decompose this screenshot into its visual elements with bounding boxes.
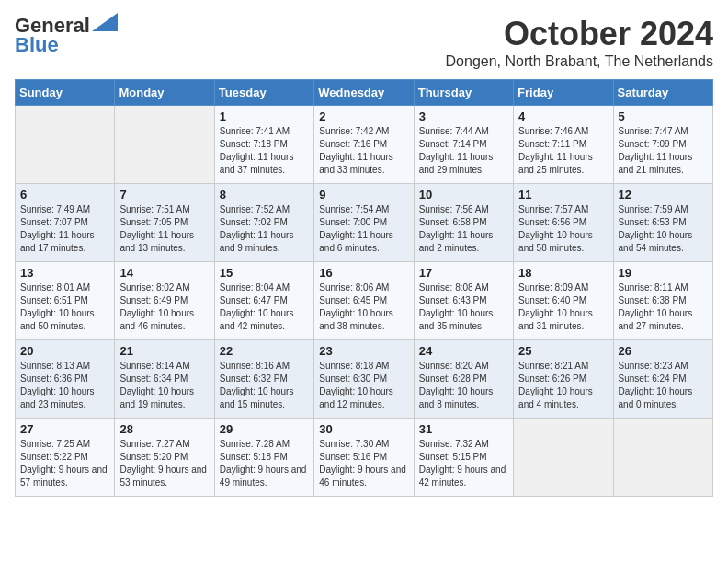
day-info: Sunrise: 7:41 AMSunset: 7:18 PMDaylight:… — [220, 125, 309, 177]
calendar-row-3: 13Sunrise: 8:01 AMSunset: 6:51 PMDayligh… — [16, 262, 713, 340]
day-info: Sunrise: 8:02 AMSunset: 6:49 PMDaylight:… — [119, 282, 209, 333]
header-cell-friday: Friday — [514, 80, 613, 106]
day-info: Sunrise: 7:46 AMSunset: 7:11 PMDaylight:… — [518, 125, 608, 177]
header-cell-sunday: Sunday — [16, 80, 115, 106]
calendar-cell: 14Sunrise: 8:02 AMSunset: 6:49 PMDayligh… — [115, 262, 214, 340]
day-info: Sunrise: 8:13 AMSunset: 6:36 PMDaylight:… — [20, 360, 109, 411]
day-info: Sunrise: 7:44 AMSunset: 7:14 PMDaylight:… — [419, 125, 508, 177]
calendar-cell: 29Sunrise: 7:28 AMSunset: 5:18 PMDayligh… — [214, 419, 313, 497]
day-number: 21 — [119, 344, 209, 358]
day-info: Sunrise: 8:01 AMSunset: 6:51 PMDaylight:… — [20, 282, 109, 333]
calendar-cell: 2Sunrise: 7:42 AMSunset: 7:16 PMDaylight… — [314, 106, 414, 184]
day-number: 19 — [619, 266, 708, 280]
header-cell-saturday: Saturday — [613, 80, 712, 106]
calendar-cell — [514, 419, 613, 497]
calendar-cell: 17Sunrise: 8:08 AMSunset: 6:43 PMDayligh… — [414, 262, 513, 340]
calendar-cell: 5Sunrise: 7:47 AMSunset: 7:09 PMDaylight… — [613, 106, 712, 184]
day-number: 31 — [419, 422, 508, 436]
day-number: 29 — [220, 422, 309, 436]
day-info: Sunrise: 8:21 AMSunset: 6:26 PMDaylight:… — [518, 360, 608, 411]
day-number: 27 — [20, 422, 109, 436]
day-number: 1 — [220, 109, 309, 123]
day-number: 20 — [20, 344, 109, 358]
calendar-cell: 15Sunrise: 8:04 AMSunset: 6:47 PMDayligh… — [214, 262, 313, 340]
day-info: Sunrise: 8:18 AMSunset: 6:30 PMDaylight:… — [319, 360, 408, 411]
day-number: 5 — [619, 109, 708, 123]
day-number: 25 — [518, 344, 608, 358]
header-cell-wednesday: Wednesday — [314, 80, 414, 106]
day-number: 14 — [119, 266, 209, 280]
day-info: Sunrise: 7:42 AMSunset: 7:16 PMDaylight:… — [319, 125, 408, 177]
day-info: Sunrise: 7:56 AMSunset: 6:58 PMDaylight:… — [419, 203, 508, 255]
day-number: 24 — [419, 344, 508, 358]
day-info: Sunrise: 7:25 AMSunset: 5:22 PMDaylight:… — [20, 438, 109, 489]
title-area: October 2024 Dongen, North Brabant, The … — [446, 15, 713, 70]
location: Dongen, North Brabant, The Netherlands — [446, 53, 713, 70]
header-cell-thursday: Thursday — [414, 80, 513, 106]
month-title: October 2024 — [446, 15, 713, 53]
calendar-cell: 24Sunrise: 8:20 AMSunset: 6:28 PMDayligh… — [414, 340, 513, 419]
day-info: Sunrise: 7:59 AMSunset: 6:53 PMDaylight:… — [619, 203, 708, 255]
calendar-cell: 18Sunrise: 8:09 AMSunset: 6:40 PMDayligh… — [514, 262, 613, 340]
calendar-cell: 3Sunrise: 7:44 AMSunset: 7:14 PMDaylight… — [414, 106, 513, 184]
page-header: General Blue October 2024 Dongen, North … — [15, 15, 713, 70]
day-number: 8 — [220, 188, 309, 201]
calendar-cell — [16, 106, 115, 184]
calendar-cell: 25Sunrise: 8:21 AMSunset: 6:26 PMDayligh… — [514, 340, 613, 419]
day-info: Sunrise: 8:06 AMSunset: 6:45 PMDaylight:… — [319, 282, 408, 333]
calendar-cell — [613, 419, 712, 497]
calendar-cell: 19Sunrise: 8:11 AMSunset: 6:38 PMDayligh… — [613, 262, 712, 340]
day-number: 3 — [419, 109, 508, 123]
day-number: 11 — [518, 188, 608, 201]
day-info: Sunrise: 8:23 AMSunset: 6:24 PMDaylight:… — [619, 360, 708, 411]
day-info: Sunrise: 7:47 AMSunset: 7:09 PMDaylight:… — [619, 125, 708, 177]
logo: General Blue — [15, 15, 118, 57]
calendar-cell: 27Sunrise: 7:25 AMSunset: 5:22 PMDayligh… — [16, 419, 115, 497]
day-info: Sunrise: 8:11 AMSunset: 6:38 PMDaylight:… — [619, 282, 708, 333]
calendar-cell: 31Sunrise: 7:32 AMSunset: 5:15 PMDayligh… — [414, 419, 513, 497]
calendar-cell: 1Sunrise: 7:41 AMSunset: 7:18 PMDaylight… — [214, 106, 313, 184]
day-number: 17 — [419, 266, 508, 280]
calendar-cell: 10Sunrise: 7:56 AMSunset: 6:58 PMDayligh… — [414, 184, 513, 262]
day-number: 18 — [518, 266, 608, 280]
calendar-row-5: 27Sunrise: 7:25 AMSunset: 5:22 PMDayligh… — [16, 419, 713, 497]
calendar-cell: 21Sunrise: 8:14 AMSunset: 6:34 PMDayligh… — [115, 340, 214, 419]
day-info: Sunrise: 7:49 AMSunset: 7:07 PMDaylight:… — [20, 203, 109, 255]
calendar-cell: 12Sunrise: 7:59 AMSunset: 6:53 PMDayligh… — [613, 184, 712, 262]
day-number: 15 — [220, 266, 309, 280]
day-info: Sunrise: 7:51 AMSunset: 7:05 PMDaylight:… — [119, 203, 209, 255]
calendar-cell: 30Sunrise: 7:30 AMSunset: 5:16 PMDayligh… — [314, 419, 414, 497]
day-info: Sunrise: 7:57 AMSunset: 6:56 PMDaylight:… — [518, 203, 608, 255]
day-info: Sunrise: 8:14 AMSunset: 6:34 PMDaylight:… — [119, 360, 209, 411]
day-info: Sunrise: 8:09 AMSunset: 6:40 PMDaylight:… — [518, 282, 608, 333]
day-number: 13 — [20, 266, 109, 280]
calendar-cell — [115, 106, 214, 184]
day-number: 28 — [119, 422, 209, 436]
header-row: SundayMondayTuesdayWednesdayThursdayFrid… — [16, 80, 713, 106]
calendar-cell: 6Sunrise: 7:49 AMSunset: 7:07 PMDaylight… — [16, 184, 115, 262]
day-info: Sunrise: 7:32 AMSunset: 5:15 PMDaylight:… — [419, 438, 508, 489]
day-info: Sunrise: 7:54 AMSunset: 7:00 PMDaylight:… — [319, 203, 408, 255]
calendar-cell: 13Sunrise: 8:01 AMSunset: 6:51 PMDayligh… — [16, 262, 115, 340]
logo-blue-text: Blue — [15, 33, 59, 57]
calendar-cell: 8Sunrise: 7:52 AMSunset: 7:02 PMDaylight… — [214, 184, 313, 262]
day-number: 12 — [619, 188, 708, 201]
svg-marker-0 — [92, 13, 118, 31]
calendar-cell: 20Sunrise: 8:13 AMSunset: 6:36 PMDayligh… — [16, 340, 115, 419]
day-number: 16 — [319, 266, 408, 280]
day-info: Sunrise: 7:28 AMSunset: 5:18 PMDaylight:… — [220, 438, 309, 489]
calendar-cell: 22Sunrise: 8:16 AMSunset: 6:32 PMDayligh… — [214, 340, 313, 419]
calendar-row-2: 6Sunrise: 7:49 AMSunset: 7:07 PMDaylight… — [16, 184, 713, 262]
logo-icon — [92, 13, 118, 31]
calendar-row-1: 1Sunrise: 7:41 AMSunset: 7:18 PMDaylight… — [16, 106, 713, 184]
calendar-cell: 9Sunrise: 7:54 AMSunset: 7:00 PMDaylight… — [314, 184, 414, 262]
calendar-cell: 26Sunrise: 8:23 AMSunset: 6:24 PMDayligh… — [613, 340, 712, 419]
day-number: 4 — [518, 109, 608, 123]
day-info: Sunrise: 8:16 AMSunset: 6:32 PMDaylight:… — [220, 360, 309, 411]
day-number: 10 — [419, 188, 508, 201]
day-number: 9 — [319, 188, 408, 201]
calendar-cell: 11Sunrise: 7:57 AMSunset: 6:56 PMDayligh… — [514, 184, 613, 262]
day-info: Sunrise: 8:04 AMSunset: 6:47 PMDaylight:… — [220, 282, 309, 333]
calendar-cell: 23Sunrise: 8:18 AMSunset: 6:30 PMDayligh… — [314, 340, 414, 419]
calendar-row-4: 20Sunrise: 8:13 AMSunset: 6:36 PMDayligh… — [16, 340, 713, 419]
